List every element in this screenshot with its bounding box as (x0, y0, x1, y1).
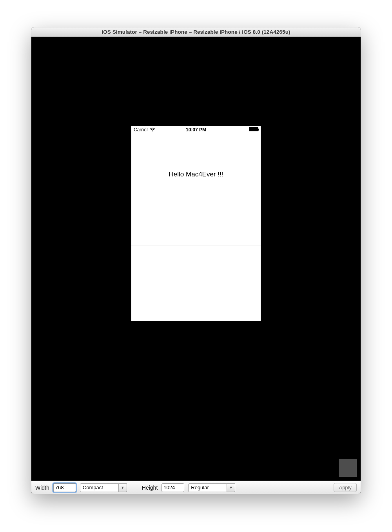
window-titlebar[interactable]: iOS Simulator – Resizable iPhone – Resiz… (31, 27, 361, 37)
simulated-device-screen: Carrier 10:07 PM Hello Mac4Ever !!! (131, 126, 261, 321)
app-content: Hello Mac4Ever !!! (131, 134, 261, 321)
resize-handle[interactable] (339, 459, 357, 477)
hello-label: Hello Mac4Ever !!! (131, 171, 261, 178)
separator-line (131, 245, 261, 245)
separator-line (131, 257, 261, 257)
height-size-class-select[interactable]: ▼ (188, 483, 235, 492)
simulator-toolbar: Width ▼ Height ▼ Apply (31, 481, 361, 494)
simulator-viewport: Carrier 10:07 PM Hello Mac4Ever !!! (31, 37, 361, 481)
simulator-window: iOS Simulator – Resizable iPhone – Resiz… (31, 27, 361, 494)
ios-status-bar: Carrier 10:07 PM (131, 126, 261, 134)
width-label: Width (35, 485, 49, 491)
height-input[interactable] (162, 483, 184, 492)
chevron-down-icon[interactable]: ▼ (227, 483, 235, 492)
width-size-class-select[interactable]: ▼ (80, 483, 127, 492)
width-input[interactable] (53, 483, 76, 492)
height-label: Height (142, 485, 158, 491)
chevron-down-icon[interactable]: ▼ (118, 483, 127, 492)
status-left: Carrier (134, 127, 155, 133)
status-right (249, 127, 258, 133)
carrier-label: Carrier (134, 127, 148, 133)
window-title: iOS Simulator – Resizable iPhone – Resiz… (102, 29, 290, 35)
wifi-icon (150, 127, 155, 132)
battery-icon (249, 127, 258, 131)
apply-button[interactable]: Apply (334, 483, 357, 492)
